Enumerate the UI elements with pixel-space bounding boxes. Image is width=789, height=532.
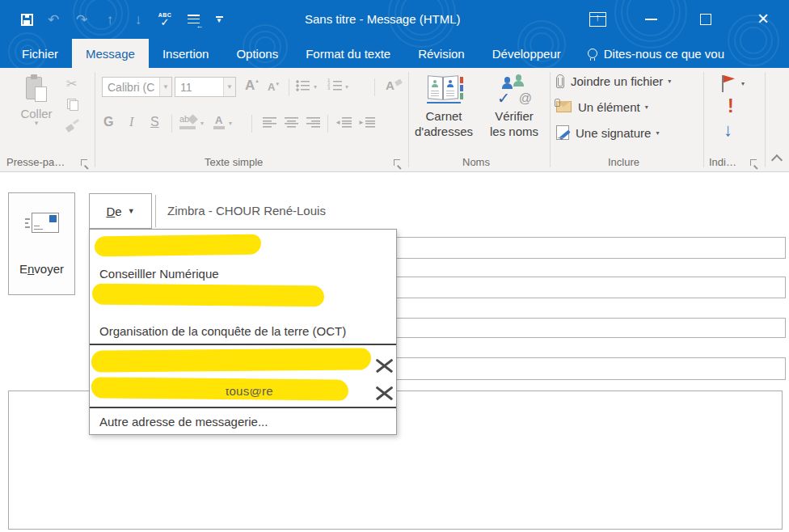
follow-up-flag-icon[interactable]: [722, 75, 736, 92]
tell-me-box[interactable]: Dites-nous ce que vou: [588, 39, 724, 68]
remove-account-icon[interactable]: [373, 382, 397, 403]
chevron-down-icon: ▾: [11, 120, 62, 125]
bold-button[interactable]: G: [103, 115, 113, 129]
dropdown-item-account[interactable]: Conseilller Numérique: [99, 265, 219, 283]
group-separator: [408, 72, 409, 167]
send-button[interactable]: Envoyer: [8, 192, 75, 295]
cut-icon[interactable]: ✂: [66, 76, 77, 91]
touch-mouse-mode-button[interactable]: [181, 0, 205, 39]
ribbon-tab-bar: Fichier Message Insertion Options Format…: [0, 39, 789, 68]
send-label: Envoyer: [19, 262, 64, 276]
check-names-icon: ✓@: [496, 74, 533, 103]
clipboard-dialog-launcher-icon[interactable]: [81, 159, 87, 166]
signature-label: Une signature: [576, 126, 651, 140]
dropdown-separator: [90, 344, 396, 345]
tags-group-label: Indi…: [709, 156, 736, 168]
chevron-down-icon[interactable]: ▾: [314, 83, 317, 91]
format-painter-icon[interactable]: [66, 120, 79, 133]
font-color-icon[interactable]: A: [213, 114, 226, 129]
mini-separator: [374, 78, 375, 96]
minimize-button[interactable]: [639, 0, 663, 39]
redacted-highlight: [92, 284, 324, 307]
tab-message[interactable]: Message: [72, 39, 149, 68]
attach-file-button[interactable]: Joindre un fichier ▾: [556, 71, 671, 91]
font-name-combobox[interactable]: Calibri (C ▼: [102, 77, 172, 97]
spelling-check-button[interactable]: ABC✓: [154, 0, 176, 39]
font-dialog-launcher-icon[interactable]: [394, 159, 400, 166]
close-icon: ×: [757, 9, 769, 28]
collapse-ribbon-icon[interactable]: [771, 154, 783, 166]
redacted-highlight: [91, 348, 371, 372]
check-names-label-line1: Vérifier: [495, 108, 534, 124]
tags-dialog-launcher-icon[interactable]: [750, 159, 757, 166]
undo-icon: ↶: [48, 13, 59, 27]
customize-qat-icon: ▼: [216, 16, 223, 23]
tab-options[interactable]: Options: [222, 39, 292, 68]
address-book-button[interactable]: Carnet d'adresses: [411, 72, 477, 139]
align-center-icon[interactable]: [285, 117, 298, 128]
group-separator: [550, 72, 551, 167]
font-group-label: Texte simple: [205, 156, 263, 168]
paperclip-icon: [556, 74, 564, 88]
undo-button[interactable]: ↶: [43, 0, 64, 39]
redacted-address-fragment: tous@re: [226, 389, 273, 399]
tell-me-label: Dites-nous ce que vou: [604, 47, 724, 61]
signature-icon: [556, 125, 569, 140]
clipboard-group-label: Presse-pa…: [6, 156, 65, 168]
low-importance-icon[interactable]: ↓: [724, 120, 732, 141]
tab-format-du-texte[interactable]: Format du texte: [292, 39, 404, 68]
customize-qat-button[interactable]: ▼: [210, 0, 228, 39]
redacted-highlight: [91, 377, 348, 400]
align-right-icon[interactable]: [306, 117, 320, 128]
tab-fichier[interactable]: Fichier: [8, 39, 72, 68]
font-size-value: 11: [175, 81, 223, 94]
from-field-separator: [155, 195, 156, 227]
include-group-label: Inclure: [608, 156, 639, 168]
address-book-icon: [426, 74, 462, 103]
lightbulb-icon: [588, 49, 597, 58]
bullets-icon[interactable]: [296, 80, 310, 91]
tab-developpeur[interactable]: Développeur: [479, 39, 575, 68]
redo-button[interactable]: ↷: [71, 0, 92, 39]
increase-indent-icon[interactable]: [358, 117, 375, 128]
touch-mouse-mode-icon: [188, 15, 200, 24]
paste-button[interactable]: Coller ▾: [11, 73, 62, 154]
group-separator: [765, 72, 766, 167]
dropdown-item-account[interactable]: Organisation de la conquête de la terre …: [99, 323, 346, 340]
dropdown-separator: [90, 407, 396, 408]
text-highlight-icon[interactable]: ab: [179, 114, 197, 129]
high-importance-icon[interactable]: !: [728, 95, 734, 117]
chevron-down-icon[interactable]: ▾: [741, 80, 745, 87]
chevron-down-icon[interactable]: ▾: [229, 120, 232, 127]
align-left-icon[interactable]: [263, 117, 276, 128]
clear-formatting-icon[interactable]: A: [386, 78, 402, 92]
move-down-button[interactable]: ↓: [128, 0, 149, 39]
outlook-message-window: ↶ ↷ ↑ ↓ ABC✓ ▼ Sans titre - Message (HTM…: [0, 0, 789, 532]
underline-button[interactable]: S: [150, 115, 159, 129]
chevron-down-icon[interactable]: ▾: [345, 83, 348, 91]
dropdown-item-other-address[interactable]: Autre adresse de messagerie...: [99, 413, 268, 431]
from-account-dropdown: Conseilller Numérique Organisation de la…: [89, 229, 397, 435]
italic-button[interactable]: I: [129, 115, 133, 129]
copy-icon[interactable]: [67, 99, 78, 111]
save-button[interactable]: [16, 0, 37, 39]
tab-revision[interactable]: Révision: [404, 39, 479, 68]
maximize-button[interactable]: [694, 0, 718, 39]
close-button[interactable]: ×: [750, 0, 776, 39]
chevron-down-icon: ▼: [159, 78, 171, 96]
shrink-font-icon[interactable]: A: [268, 81, 279, 93]
decrease-indent-icon[interactable]: [335, 117, 352, 128]
font-size-combobox[interactable]: 11 ▼: [175, 77, 236, 97]
numbering-icon[interactable]: [327, 79, 342, 91]
check-names-button[interactable]: ✓@ Vérifier les noms: [480, 72, 548, 139]
grow-font-icon[interactable]: A: [245, 78, 259, 94]
signature-button[interactable]: Une signature ▾: [556, 123, 659, 142]
attach-item-button[interactable]: Un élément ▾: [556, 97, 648, 116]
from-dropdown-button[interactable]: De ▼: [89, 193, 152, 229]
tab-insertion[interactable]: Insertion: [149, 39, 223, 68]
mini-separator: [327, 115, 328, 133]
ribbon-display-options-button[interactable]: [584, 0, 611, 39]
remove-account-icon[interactable]: [373, 355, 397, 376]
chevron-down-icon[interactable]: ▾: [200, 120, 204, 127]
move-up-button[interactable]: ↑: [99, 0, 120, 39]
